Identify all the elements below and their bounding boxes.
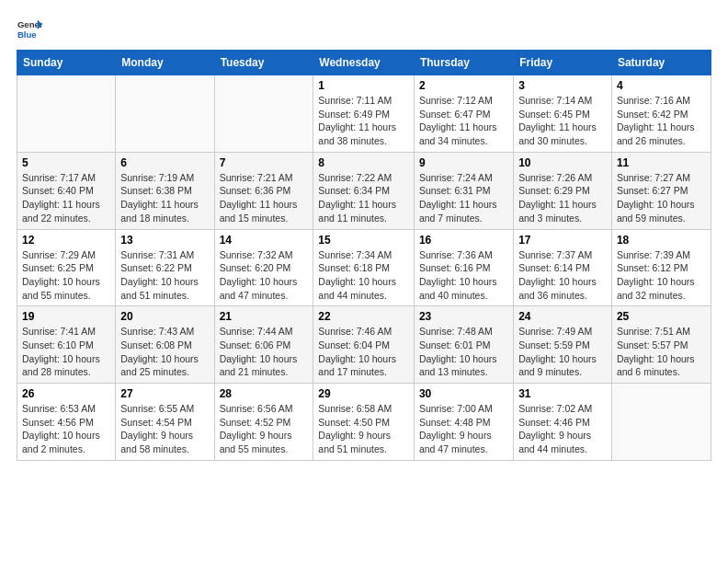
calendar-cell: 11Sunrise: 7:27 AM Sunset: 6:27 PM Dayli… bbox=[611, 152, 711, 229]
weekday-header-saturday: Saturday bbox=[611, 51, 711, 75]
calendar-cell bbox=[116, 75, 214, 153]
calendar-week-row: 1Sunrise: 7:11 AM Sunset: 6:49 PM Daylig… bbox=[17, 75, 711, 153]
calendar-cell: 13Sunrise: 7:31 AM Sunset: 6:22 PM Dayli… bbox=[116, 229, 214, 306]
day-info: Sunrise: 7:39 AM Sunset: 6:12 PM Dayligh… bbox=[617, 248, 706, 303]
calendar-cell: 30Sunrise: 7:00 AM Sunset: 4:48 PM Dayli… bbox=[414, 384, 513, 461]
day-number: 30 bbox=[419, 387, 508, 400]
day-info: Sunrise: 7:27 AM Sunset: 6:27 PM Dayligh… bbox=[617, 171, 706, 225]
day-info: Sunrise: 7:00 AM Sunset: 4:48 PM Dayligh… bbox=[419, 402, 508, 456]
calendar-cell: 18Sunrise: 7:39 AM Sunset: 6:12 PM Dayli… bbox=[611, 229, 711, 306]
day-info: Sunrise: 7:43 AM Sunset: 6:08 PM Dayligh… bbox=[120, 325, 209, 379]
logo: General Blue bbox=[17, 17, 46, 42]
day-info: Sunrise: 6:55 AM Sunset: 4:54 PM Dayligh… bbox=[120, 402, 209, 456]
day-info: Sunrise: 7:44 AM Sunset: 6:06 PM Dayligh… bbox=[220, 325, 309, 379]
day-info: Sunrise: 7:16 AM Sunset: 6:42 PM Dayligh… bbox=[617, 94, 706, 148]
day-info: Sunrise: 7:12 AM Sunset: 6:47 PM Dayligh… bbox=[419, 94, 508, 148]
calendar-week-row: 12Sunrise: 7:29 AM Sunset: 6:25 PM Dayli… bbox=[17, 229, 711, 306]
day-info: Sunrise: 7:49 AM Sunset: 5:59 PM Dayligh… bbox=[518, 325, 607, 379]
calendar-cell: 8Sunrise: 7:22 AM Sunset: 6:34 PM Daylig… bbox=[313, 152, 415, 229]
day-info: Sunrise: 6:58 AM Sunset: 4:50 PM Dayligh… bbox=[318, 402, 409, 456]
weekday-header-sunday: Sunday bbox=[17, 51, 116, 75]
calendar-cell: 7Sunrise: 7:21 AM Sunset: 6:36 PM Daylig… bbox=[214, 152, 313, 229]
day-number: 12 bbox=[22, 234, 110, 247]
day-info: Sunrise: 7:51 AM Sunset: 5:57 PM Dayligh… bbox=[617, 325, 706, 379]
day-number: 11 bbox=[617, 156, 706, 169]
calendar-cell: 19Sunrise: 7:41 AM Sunset: 6:10 PM Dayli… bbox=[17, 306, 116, 384]
day-info: Sunrise: 6:53 AM Sunset: 4:56 PM Dayligh… bbox=[22, 402, 110, 456]
weekday-header-wednesday: Wednesday bbox=[313, 51, 415, 75]
day-number: 5 bbox=[22, 156, 110, 169]
day-info: Sunrise: 7:21 AM Sunset: 6:36 PM Dayligh… bbox=[220, 171, 309, 225]
day-number: 9 bbox=[419, 156, 508, 169]
day-number: 26 bbox=[22, 387, 110, 400]
calendar-cell: 26Sunrise: 6:53 AM Sunset: 4:56 PM Dayli… bbox=[17, 384, 116, 461]
day-info: Sunrise: 7:14 AM Sunset: 6:45 PM Dayligh… bbox=[518, 94, 607, 148]
day-number: 21 bbox=[220, 310, 309, 323]
calendar-cell: 6Sunrise: 7:19 AM Sunset: 6:38 PM Daylig… bbox=[116, 152, 214, 229]
header: General Blue bbox=[17, 17, 711, 42]
day-number: 13 bbox=[120, 234, 209, 247]
calendar-week-row: 5Sunrise: 7:17 AM Sunset: 6:40 PM Daylig… bbox=[17, 152, 711, 229]
calendar-cell: 28Sunrise: 6:56 AM Sunset: 4:52 PM Dayli… bbox=[214, 384, 313, 461]
calendar-cell bbox=[611, 384, 711, 461]
calendar-cell: 15Sunrise: 7:34 AM Sunset: 6:18 PM Dayli… bbox=[313, 229, 415, 306]
day-info: Sunrise: 7:26 AM Sunset: 6:29 PM Dayligh… bbox=[518, 171, 607, 225]
calendar-cell: 21Sunrise: 7:44 AM Sunset: 6:06 PM Dayli… bbox=[214, 306, 313, 384]
weekday-header-friday: Friday bbox=[514, 51, 612, 75]
calendar-cell: 24Sunrise: 7:49 AM Sunset: 5:59 PM Dayli… bbox=[514, 306, 612, 384]
day-info: Sunrise: 7:36 AM Sunset: 6:16 PM Dayligh… bbox=[419, 248, 508, 303]
page: General Blue SundayMondayTuesdayWednesda… bbox=[0, 0, 728, 470]
day-info: Sunrise: 7:48 AM Sunset: 6:01 PM Dayligh… bbox=[419, 325, 508, 379]
calendar-cell: 27Sunrise: 6:55 AM Sunset: 4:54 PM Dayli… bbox=[116, 384, 214, 461]
day-number: 25 bbox=[617, 310, 706, 323]
calendar-cell: 14Sunrise: 7:32 AM Sunset: 6:20 PM Dayli… bbox=[214, 229, 313, 306]
day-number: 6 bbox=[120, 156, 209, 169]
day-info: Sunrise: 6:56 AM Sunset: 4:52 PM Dayligh… bbox=[220, 402, 309, 456]
day-info: Sunrise: 7:02 AM Sunset: 4:46 PM Dayligh… bbox=[518, 402, 607, 456]
calendar-cell: 29Sunrise: 6:58 AM Sunset: 4:50 PM Dayli… bbox=[313, 384, 415, 461]
day-number: 10 bbox=[518, 156, 607, 169]
day-number: 27 bbox=[120, 387, 209, 400]
calendar-week-row: 26Sunrise: 6:53 AM Sunset: 4:56 PM Dayli… bbox=[17, 384, 711, 461]
calendar-cell: 2Sunrise: 7:12 AM Sunset: 6:47 PM Daylig… bbox=[414, 75, 513, 153]
calendar-cell: 1Sunrise: 7:11 AM Sunset: 6:49 PM Daylig… bbox=[313, 75, 415, 153]
calendar-table: SundayMondayTuesdayWednesdayThursdayFrid… bbox=[17, 50, 711, 461]
day-number: 16 bbox=[419, 234, 508, 247]
day-number: 17 bbox=[518, 234, 607, 247]
calendar-cell: 16Sunrise: 7:36 AM Sunset: 6:16 PM Dayli… bbox=[414, 229, 513, 306]
weekday-header-thursday: Thursday bbox=[414, 51, 513, 75]
day-number: 29 bbox=[318, 387, 409, 400]
calendar-cell: 31Sunrise: 7:02 AM Sunset: 4:46 PM Dayli… bbox=[514, 384, 612, 461]
day-info: Sunrise: 7:19 AM Sunset: 6:38 PM Dayligh… bbox=[120, 171, 209, 225]
calendar-cell: 5Sunrise: 7:17 AM Sunset: 6:40 PM Daylig… bbox=[17, 152, 116, 229]
day-number: 19 bbox=[22, 310, 110, 323]
day-info: Sunrise: 7:24 AM Sunset: 6:31 PM Dayligh… bbox=[419, 171, 508, 225]
day-number: 15 bbox=[318, 234, 409, 247]
day-number: 28 bbox=[220, 387, 309, 400]
calendar-cell: 3Sunrise: 7:14 AM Sunset: 6:45 PM Daylig… bbox=[514, 75, 612, 153]
day-number: 20 bbox=[120, 310, 209, 323]
calendar-cell: 25Sunrise: 7:51 AM Sunset: 5:57 PM Dayli… bbox=[611, 306, 711, 384]
day-number: 4 bbox=[617, 79, 706, 92]
svg-text:Blue: Blue bbox=[17, 29, 37, 40]
calendar-cell: 9Sunrise: 7:24 AM Sunset: 6:31 PM Daylig… bbox=[414, 152, 513, 229]
calendar-cell: 23Sunrise: 7:48 AM Sunset: 6:01 PM Dayli… bbox=[414, 306, 513, 384]
weekday-header-row: SundayMondayTuesdayWednesdayThursdayFrid… bbox=[17, 51, 711, 75]
calendar-cell: 20Sunrise: 7:43 AM Sunset: 6:08 PM Dayli… bbox=[116, 306, 214, 384]
day-number: 24 bbox=[518, 310, 607, 323]
day-number: 3 bbox=[518, 79, 607, 92]
day-number: 23 bbox=[419, 310, 508, 323]
logo-icon: General Blue bbox=[17, 17, 42, 42]
day-number: 22 bbox=[318, 310, 409, 323]
day-info: Sunrise: 7:31 AM Sunset: 6:22 PM Dayligh… bbox=[120, 248, 209, 303]
day-number: 31 bbox=[518, 387, 607, 400]
day-info: Sunrise: 7:41 AM Sunset: 6:10 PM Dayligh… bbox=[22, 325, 110, 379]
day-info: Sunrise: 7:22 AM Sunset: 6:34 PM Dayligh… bbox=[318, 171, 409, 225]
day-number: 2 bbox=[419, 79, 508, 92]
calendar-cell: 12Sunrise: 7:29 AM Sunset: 6:25 PM Dayli… bbox=[17, 229, 116, 306]
calendar-cell bbox=[17, 75, 116, 153]
day-number: 8 bbox=[318, 156, 409, 169]
day-info: Sunrise: 7:34 AM Sunset: 6:18 PM Dayligh… bbox=[318, 248, 409, 303]
day-number: 18 bbox=[617, 234, 706, 247]
day-info: Sunrise: 7:29 AM Sunset: 6:25 PM Dayligh… bbox=[22, 248, 110, 303]
